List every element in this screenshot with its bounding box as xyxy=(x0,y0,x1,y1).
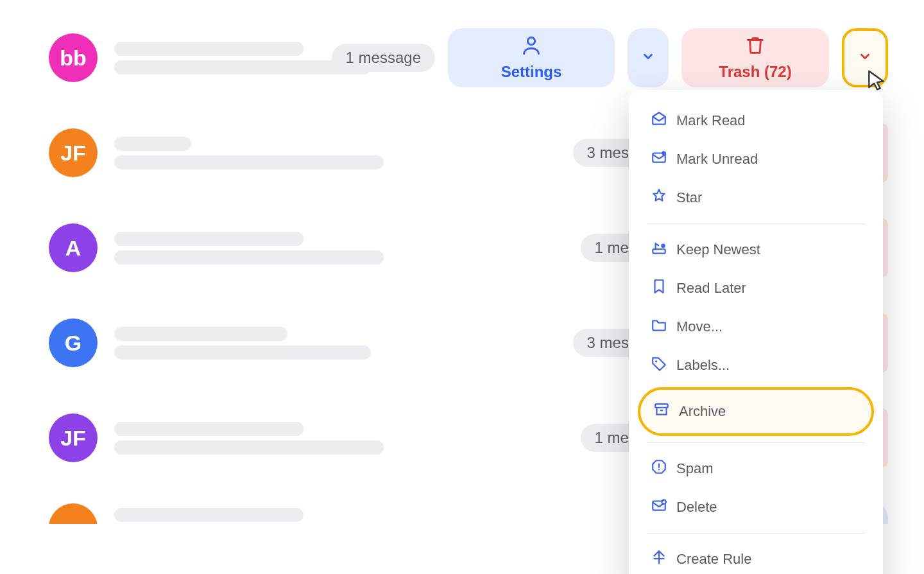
settings-button[interactable]: Settings xyxy=(448,28,615,87)
sender-avatar: JF xyxy=(49,128,98,177)
envelope-open-icon xyxy=(651,110,667,131)
cursor-icon xyxy=(865,68,889,95)
sender-avatar xyxy=(49,503,98,524)
settings-dropdown-toggle[interactable] xyxy=(628,28,669,87)
sender-avatar: G xyxy=(49,318,98,367)
star-icon xyxy=(651,187,667,208)
menu-item-delete[interactable]: Delete xyxy=(629,488,883,526)
menu-item-keep-newest[interactable]: Keep Newest xyxy=(629,230,883,269)
menu-item-label: Archive xyxy=(679,403,726,420)
bookmark-icon xyxy=(651,278,667,299)
sender-avatar: JF xyxy=(49,413,98,462)
sender-text-placeholder xyxy=(110,37,314,79)
sender-text-placeholder xyxy=(110,322,555,364)
envelope-dot-icon xyxy=(651,149,667,170)
trash-label: Trash (72) xyxy=(719,63,791,81)
menu-separator xyxy=(647,442,865,443)
menu-separator xyxy=(647,533,865,534)
menu-item-label: Delete xyxy=(676,499,717,516)
tray-up-icon xyxy=(651,239,667,260)
sender-text-placeholder xyxy=(110,503,662,524)
archive-icon xyxy=(653,401,670,422)
trash-dropdown-menu: Mark ReadMark UnreadStarKeep NewestRead … xyxy=(629,90,883,574)
chevron-down-icon xyxy=(858,49,872,66)
trash-icon xyxy=(744,35,766,60)
menu-separator xyxy=(647,223,865,224)
menu-item-label: Mark Unread xyxy=(676,151,758,168)
sender-avatar: A xyxy=(49,223,98,272)
menu-item-label: Spam xyxy=(676,460,713,477)
menu-item-read-later[interactable]: Read Later xyxy=(629,269,883,308)
menu-item-label: Labels... xyxy=(676,357,730,374)
menu-item-label: Keep Newest xyxy=(676,241,760,258)
mail-x-icon xyxy=(651,497,667,517)
chevron-down-icon xyxy=(641,49,655,66)
menu-item-label: Read Later xyxy=(676,280,746,297)
action-label: Settings xyxy=(501,63,562,81)
menu-item-label: Star xyxy=(676,189,702,206)
trash-button[interactable]: Trash (72) xyxy=(681,28,829,87)
sender-text-placeholder xyxy=(110,132,555,174)
menu-item-star[interactable]: Star xyxy=(629,178,883,217)
sender-text-placeholder xyxy=(110,227,563,269)
menu-item-labels[interactable]: Labels... xyxy=(629,346,883,385)
arrows-icon xyxy=(651,549,667,570)
folder-icon xyxy=(651,317,667,337)
menu-item-mark-unread[interactable]: Mark Unread xyxy=(629,140,883,178)
menu-item-create-rule[interactable]: Create Rule xyxy=(629,540,883,574)
menu-item-label: Move... xyxy=(676,318,723,335)
menu-item-archive[interactable]: Archive xyxy=(638,387,874,436)
warning-icon xyxy=(651,458,667,479)
message-count-badge: 1 message xyxy=(332,44,435,72)
tag-icon xyxy=(651,355,667,376)
menu-item-mark-read[interactable]: Mark Read xyxy=(629,101,883,140)
sender-text-placeholder xyxy=(110,417,563,459)
menu-item-label: Mark Read xyxy=(676,112,746,129)
sender-avatar: bb xyxy=(49,33,98,82)
menu-item-move[interactable]: Move... xyxy=(629,308,883,346)
menu-item-spam[interactable]: Spam xyxy=(629,449,883,488)
menu-item-label: Create Rule xyxy=(676,551,751,568)
person-icon xyxy=(520,35,542,60)
